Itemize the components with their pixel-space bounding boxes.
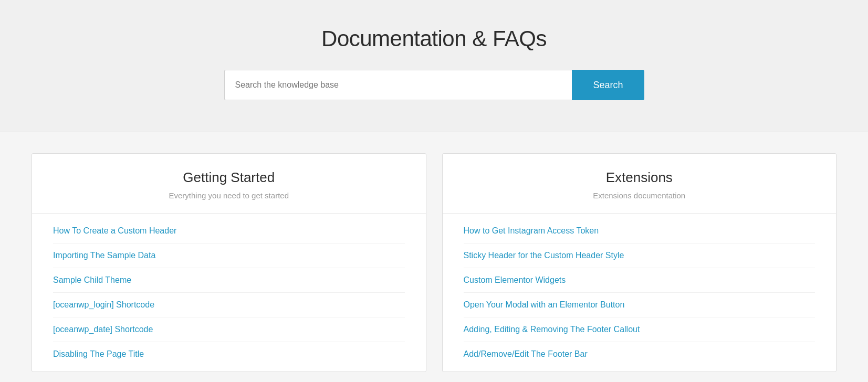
card-links-extensions: How to Get Instagram Access TokenSticky … [443, 214, 836, 372]
link-item[interactable]: Sticky Header for the Custom Header Styl… [464, 243, 815, 268]
search-bar: Search [224, 70, 644, 100]
card-subtitle-extensions: Extensions documentation [453, 191, 826, 200]
card-links-getting-started: How To Create a Custom HeaderImporting T… [32, 214, 426, 372]
card-title-getting-started: Getting Started [43, 169, 415, 186]
link-item[interactable]: Add/Remove/Edit The Footer Bar [464, 342, 815, 366]
page-title: Documentation & FAQs [11, 26, 857, 51]
link-item[interactable]: [oceanwp_date] Shortcode [53, 317, 405, 342]
link-item[interactable]: How To Create a Custom Header [53, 219, 405, 243]
link-item[interactable]: How to Get Instagram Access Token [464, 219, 815, 243]
card-header-getting-started: Getting StartedEverything you need to ge… [32, 154, 426, 214]
link-item[interactable]: Custom Elementor Widgets [464, 268, 815, 293]
card-getting-started: Getting StartedEverything you need to ge… [32, 153, 426, 372]
hero-section: Documentation & FAQs Search [0, 0, 868, 132]
search-button[interactable]: Search [572, 70, 644, 100]
card-title-extensions: Extensions [453, 169, 826, 186]
search-input[interactable] [224, 70, 572, 100]
link-item[interactable]: Open Your Modal with an Elementor Button [464, 293, 815, 317]
card-header-extensions: ExtensionsExtensions documentation [443, 154, 836, 214]
link-item[interactable]: Disabling The Page Title [53, 342, 405, 366]
card-subtitle-getting-started: Everything you need to get started [43, 191, 415, 200]
link-item[interactable]: Importing The Sample Data [53, 243, 405, 268]
cards-grid: Getting StartedEverything you need to ge… [32, 153, 836, 372]
content-section: Getting StartedEverything you need to ge… [0, 132, 868, 382]
link-item[interactable]: Sample Child Theme [53, 268, 405, 293]
link-item[interactable]: Adding, Editing & Removing The Footer Ca… [464, 317, 815, 342]
link-item[interactable]: [oceanwp_login] Shortcode [53, 293, 405, 317]
card-extensions: ExtensionsExtensions documentationHow to… [442, 153, 837, 372]
